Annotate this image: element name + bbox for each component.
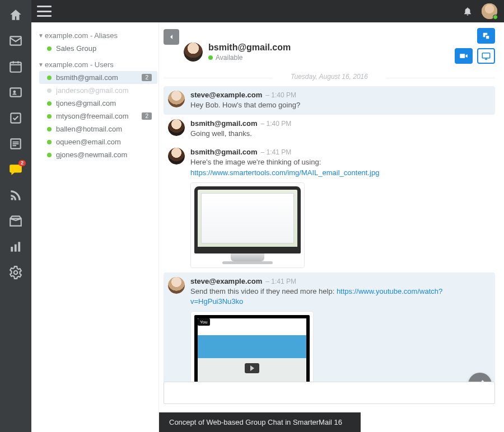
- date-separator: Tuesday, August 16, 2016: [164, 69, 495, 86]
- message: steve@example.com1:41 PMSend them this v…: [164, 273, 495, 396]
- tree-group-label: example.com - Users: [45, 60, 114, 69]
- youtube-badge: You: [198, 318, 210, 326]
- conversation-status: Available: [208, 54, 291, 62]
- status-dot-icon: [47, 88, 52, 93]
- tree-item[interactable]: oqueen@email.com: [39, 135, 157, 148]
- presence-dot-icon: [493, 15, 498, 20]
- svg-rect-9: [18, 242, 20, 251]
- message-text: Here's the image we're thinking of using…: [190, 157, 491, 177]
- tree-item-label: mtyson@freemail.com: [56, 112, 142, 120]
- message-link[interactable]: https://www.smartertools.com/img/MAIL_em…: [190, 168, 379, 177]
- caption-bar: Concept of Web-based Group Chat in Smart…: [159, 412, 361, 432]
- tree-item-label: gjones@newmail.com: [56, 151, 155, 159]
- tree-item-badge: 2: [142, 112, 152, 120]
- tree-item-label: janderson@gmail.com: [56, 86, 155, 95]
- message-time: 1:40 PM: [265, 91, 296, 99]
- status-dot-icon: [47, 153, 52, 157]
- svg-rect-14: [482, 53, 490, 58]
- message-sender: steve@example.com: [190, 91, 262, 99]
- tree-item-badge: 2: [142, 74, 152, 81]
- status-dot-icon: [47, 127, 52, 132]
- svg-rect-2: [10, 88, 21, 96]
- tree-group-label: example.com - Aliases: [45, 31, 118, 40]
- svg-rect-7: [11, 247, 13, 252]
- nav-mail[interactable]: [3, 29, 28, 53]
- svg-rect-12: [486, 35, 489, 39]
- message: bsmith@gmail.com1:41 PMHere's the image …: [164, 143, 495, 272]
- svg-rect-1: [10, 62, 21, 72]
- status-dot-icon: [47, 140, 52, 144]
- user-avatar[interactable]: [482, 3, 497, 19]
- popout-button[interactable]: [477, 28, 495, 44]
- nav-reports[interactable]: [3, 235, 28, 259]
- attachment-video[interactable]: You: [190, 311, 314, 392]
- conversation-title: bsmith@gmail.com: [208, 43, 291, 53]
- tree-item-label: oqueen@email.com: [56, 138, 155, 146]
- tree-item[interactable]: tjones@gmail.com: [39, 97, 157, 110]
- message-text: Hey Bob. How's that demo going?: [190, 100, 491, 110]
- nav-chat[interactable]: 2: [3, 158, 28, 181]
- message-text: Send them this video if they need more h…: [190, 287, 491, 307]
- status-dot-icon: [208, 55, 213, 60]
- message: steve@example.com1:40 PMHey Bob. How's t…: [164, 86, 495, 115]
- message-link[interactable]: https://www.youtube.com/watch?v=HgPui3Nu…: [190, 287, 442, 306]
- tree-group[interactable]: ▼example.com - Aliases: [35, 29, 157, 42]
- tree-item-label: Sales Group: [56, 44, 155, 53]
- conversation-pane: bsmith@gmail.com Available: [159, 22, 504, 432]
- status-dot-icon: [47, 76, 52, 80]
- status-dot-icon: [47, 101, 52, 106]
- message-avatar: [168, 91, 185, 107]
- tree-item[interactable]: mtyson@freemail.com2: [39, 110, 157, 123]
- nav-rss[interactable]: [3, 184, 28, 207]
- message-time: 1:41 PM: [265, 278, 296, 285]
- message-avatar: [168, 148, 185, 165]
- status-dot-icon: [47, 114, 52, 119]
- message-time: 1:41 PM: [261, 148, 292, 156]
- message-sender: bsmith@gmail.com: [190, 148, 258, 156]
- menu-toggle[interactable]: [37, 6, 52, 17]
- tree-group[interactable]: ▼example.com - Users: [35, 58, 157, 71]
- status-dot-icon: [47, 46, 52, 51]
- back-button[interactable]: [164, 29, 179, 45]
- svg-rect-13: [460, 54, 465, 58]
- nav-settings[interactable]: [3, 261, 28, 284]
- tree-item-label: ballen@hotmail.com: [56, 125, 155, 133]
- message-text: Going well, thanks.: [190, 129, 491, 139]
- top-bar: [31, 0, 504, 22]
- contact-tree: ▼example.com - AliasesSales Group▼exampl…: [31, 22, 159, 432]
- tree-item[interactable]: bsmith@gmail.com2: [39, 71, 157, 84]
- message-avatar: [168, 277, 185, 294]
- nav-package[interactable]: [3, 209, 28, 233]
- play-icon: [245, 363, 259, 373]
- message-sender: bsmith@gmail.com: [190, 119, 258, 128]
- svg-rect-8: [15, 245, 17, 252]
- svg-point-10: [14, 271, 18, 275]
- svg-point-6: [11, 198, 13, 200]
- message: bsmith@gmail.com1:40 PMGoing well, thank…: [164, 115, 495, 143]
- tree-item[interactable]: Sales Group: [39, 42, 157, 55]
- message-time: 1:40 PM: [261, 120, 292, 128]
- tree-item-label: tjones@gmail.com: [56, 99, 155, 107]
- svg-point-3: [13, 91, 16, 93]
- video-call-button[interactable]: [455, 48, 473, 64]
- chat-badge: 2: [18, 160, 26, 166]
- nav-home[interactable]: [3, 3, 28, 27]
- nav-calendar[interactable]: [3, 55, 28, 78]
- attachment-image[interactable]: [190, 182, 305, 268]
- notifications-icon[interactable]: [463, 6, 473, 16]
- compose-input[interactable]: [164, 382, 495, 404]
- caret-down-icon: ▼: [38, 32, 44, 39]
- screen-share-button[interactable]: [477, 48, 495, 64]
- caret-down-icon: ▼: [38, 62, 44, 68]
- nav-rail: 2: [0, 0, 31, 432]
- tree-item[interactable]: ballen@hotmail.com: [39, 123, 157, 135]
- message-avatar: [168, 119, 185, 136]
- message-list: Tuesday, August 16, 2016 steve@example.c…: [159, 69, 504, 432]
- message-sender: steve@example.com: [190, 277, 262, 285]
- tree-item-label: bsmith@gmail.com: [56, 73, 142, 82]
- nav-notes[interactable]: [3, 132, 28, 156]
- tree-item[interactable]: janderson@gmail.com: [39, 84, 157, 97]
- nav-contacts[interactable]: [3, 81, 28, 104]
- nav-tasks[interactable]: [3, 106, 28, 130]
- tree-item[interactable]: gjones@newmail.com: [39, 148, 157, 161]
